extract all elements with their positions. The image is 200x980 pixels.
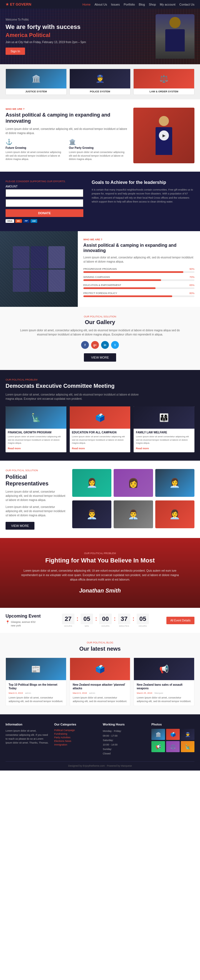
news-card-img-2: 📢	[134, 658, 194, 680]
who-image-placeholder: ▶	[133, 108, 194, 163]
payment-visa: VISA	[6, 219, 14, 223]
system-card-img-2: ⚖️	[133, 69, 194, 89]
countdown-label-4: HOURS	[137, 625, 149, 627]
hero-subtitle: America Political	[6, 32, 144, 38]
gallery-text: Lorem ipsum dolor sit amet, consectetur …	[17, 328, 183, 337]
progress-bar-bg-2	[83, 287, 194, 289]
progress-item-2: EDUCATION & EMPOWERMENT 65%	[83, 284, 194, 289]
progress-fill-2	[83, 287, 156, 289]
committee-card-title-2: FAMILY LAW WELFARE	[136, 431, 192, 434]
countdown-num-2: 00	[99, 614, 111, 624]
footer-photo-2: 👮	[181, 729, 194, 740]
footer-col-categories: Our Categories Political Campaign Fundra…	[54, 723, 97, 756]
footer-cat-4[interactable]: Immigration	[54, 743, 97, 746]
committee-card-img-1: 🗳️	[70, 406, 130, 429]
hero-person-head	[170, 17, 181, 28]
play-icon[interactable]: ▶	[159, 130, 169, 140]
reps-view-more-button[interactable]: VIEW MORE	[6, 522, 35, 530]
nav-issues[interactable]: Issues	[111, 3, 120, 6]
social-twitter[interactable]: t	[111, 341, 119, 349]
social-linkedin[interactable]: in	[101, 341, 109, 349]
assist2-section: WHO WE ARE ? Assist political & camping …	[0, 231, 200, 307]
event-location-text: Glasgow, avenue 8/32new york	[11, 620, 36, 627]
progress-pct-1: 70%	[189, 276, 194, 278]
progress-pct-0: 90%	[189, 267, 194, 270]
reps-text2: Lorem ipsum dolor sit amet, consectetur …	[6, 505, 67, 517]
footer-col-title-3: Photos	[151, 723, 194, 726]
countdown-item-1: 05 MIN	[81, 614, 93, 627]
progress-bar-bg-1	[83, 279, 194, 281]
reps-content: OUR POLITICAL SOLUTION Political Represe…	[6, 469, 67, 530]
who-tag: WHO WE ARE ?	[6, 108, 128, 110]
hero-signin-button[interactable]: Sign In	[6, 48, 25, 55]
news-section: OUR POLITICAL BLOG Our latest news 📰 Top…	[0, 633, 200, 714]
footer-bottom-text: Designed by Enjoythetheme.com · Powered …	[68, 764, 132, 767]
rep-card-4: 👨‍💼	[114, 500, 153, 528]
committee-card-text-2: Lorem ipsum dolor sit amet consectetur a…	[136, 435, 192, 444]
footer-cat-1[interactable]: Fundraising	[54, 732, 97, 735]
gallery-tag: OUR POLITICAL SOLUTION	[6, 315, 194, 318]
footer-cat-2[interactable]: Party Activities	[54, 736, 97, 739]
news-author-2: Marquee	[154, 692, 163, 694]
committee-title: Democrats Executive Committee Meeting	[6, 383, 194, 389]
support-tag: PLEASE CONSIDER SUPPORTING OUR EFFORTS.	[6, 180, 83, 183]
committee-card-link-1[interactable]: Read more	[72, 447, 85, 450]
countdown-sep-2: :	[114, 616, 116, 625]
committee-desc: Lorem ipsum dolor sit amet, consectetur …	[6, 393, 144, 401]
nav-contact[interactable]: Contact Us	[179, 3, 194, 6]
payment-am: AM	[30, 219, 37, 223]
who-title: Assist political & camping in expanding …	[6, 112, 128, 124]
footer-photo-1: 🗳️	[166, 729, 180, 740]
feature-icon-1: 🏛️	[69, 138, 128, 145]
news-meta-2: March 25, 2019 Marquee	[137, 692, 191, 694]
committee-tag: OUR POLITICAL PROBLEM	[6, 378, 194, 381]
support-amount-input[interactable]	[6, 189, 83, 197]
event-location: 📍 Glasgow, avenue 8/32new york	[6, 620, 44, 627]
hero-person-figure	[156, 14, 194, 59]
crowd-bg	[0, 231, 78, 307]
reps-grid: 👩‍💼 👩 👩‍💼 👨‍💼 👨‍💼 👩‍💼	[72, 469, 194, 530]
countdown-label-2: HOURS	[99, 625, 111, 627]
support-donate-button[interactable]: DONATE	[6, 209, 83, 217]
footer-cat-3[interactable]: Elections News	[54, 740, 97, 743]
footer-info-text: Lorem ipsum dolor sit amet, consectetur …	[6, 729, 49, 745]
news-tag: OUR POLITICAL BLOG	[6, 641, 194, 644]
committee-card-link-0[interactable]: Read more	[8, 447, 21, 450]
countdown-num-3: 37	[118, 614, 130, 624]
system-card-1: 👮 POLICE SYSTEM	[70, 69, 130, 95]
countdown-num-4: 05	[137, 614, 149, 624]
who-feature-0: ⚓ Future Growing Lorem ipsum dolor sit a…	[6, 138, 64, 161]
footer-cat-0[interactable]: Political Campaign	[54, 729, 97, 732]
news-date-1: March 6, 2019	[73, 692, 87, 694]
system-card-img-0: 🏛️	[6, 69, 67, 89]
nav-portfolio[interactable]: Portfolio	[124, 3, 135, 6]
nav-shop[interactable]: Shop	[149, 3, 156, 6]
nav-about[interactable]: About Us	[94, 3, 107, 6]
news-date-0: March 6, 2019	[9, 692, 23, 694]
countdown-item-0: 27 HOURS	[62, 614, 74, 627]
social-facebook[interactable]: f	[81, 341, 89, 349]
system-label-1: POLICE SYSTEM	[70, 89, 130, 95]
fighting-section: OUR POLITICAL PROBLEM Fighting for What …	[0, 538, 200, 608]
reps-tag: OUR POLITICAL SOLUTION	[6, 469, 67, 472]
progress-bar-bg-3	[83, 296, 194, 297]
social-googleplus[interactable]: g+	[91, 341, 99, 349]
who-section: WHO WE ARE ? Assist political & camping …	[0, 99, 200, 172]
nav-account[interactable]: My account	[160, 3, 175, 6]
reps-title: Political Representatives	[6, 473, 67, 487]
who-image-container: ▶	[133, 108, 194, 163]
gallery-view-more-button[interactable]: VIEW MORE	[84, 353, 116, 362]
support-name-input[interactable]	[6, 199, 83, 207]
nav-links: Home About Us Issues Portfolio Blog Shop…	[83, 3, 194, 6]
countdown-label-3: MINUTES	[118, 625, 130, 627]
countdown-label-1: MIN	[81, 625, 93, 627]
logo-text: ET GOVERN	[10, 2, 32, 6]
progress-item-1: WINNING CAMPAIGNS 70%	[83, 276, 194, 281]
nav-home[interactable]: Home	[83, 3, 90, 6]
progress-label-0: PROGRESSIVE PROGRAMS	[83, 267, 117, 270]
nav-blog[interactable]: Blog	[139, 3, 145, 6]
event-details-button[interactable]: All Event Details	[167, 617, 194, 624]
footer-col-title-0: Information	[6, 723, 49, 726]
committee-card-link-2[interactable]: Read more	[136, 447, 149, 450]
progress-pct-3: 80%	[189, 292, 194, 294]
